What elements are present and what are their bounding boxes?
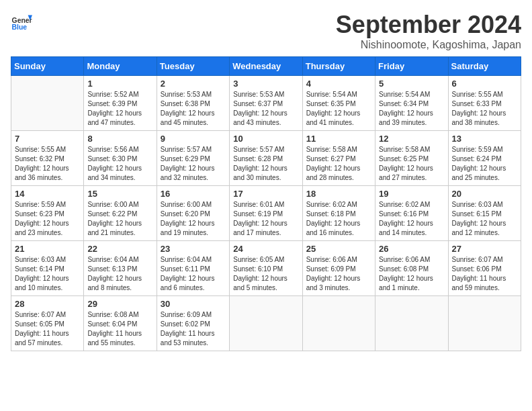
day-info: Sunrise: 5:57 AMSunset: 6:28 PMDaylight:… xyxy=(233,146,287,181)
day-info: Sunrise: 6:09 AMSunset: 6:02 PMDaylight:… xyxy=(161,311,215,347)
day-info: Sunrise: 5:53 AMSunset: 6:37 PMDaylight:… xyxy=(233,91,287,126)
day-info: Sunrise: 5:54 AMSunset: 6:34 PMDaylight:… xyxy=(379,91,433,126)
day-info: Sunrise: 5:55 AMSunset: 6:32 PMDaylight:… xyxy=(15,146,69,181)
table-row: 2Sunrise: 5:53 AMSunset: 6:38 PMDaylight… xyxy=(157,76,229,131)
day-info: Sunrise: 6:01 AMSunset: 6:19 PMDaylight:… xyxy=(233,201,287,236)
table-row: 22Sunrise: 6:04 AMSunset: 6:13 PMDayligh… xyxy=(84,241,157,296)
day-info: Sunrise: 5:55 AMSunset: 6:33 PMDaylight:… xyxy=(452,91,506,126)
table-row: 7Sunrise: 5:55 AMSunset: 6:32 PMDaylight… xyxy=(11,131,84,186)
table-row: 20Sunrise: 6:03 AMSunset: 6:15 PMDayligh… xyxy=(448,186,521,241)
table-row xyxy=(448,296,521,351)
day-info: Sunrise: 5:59 AMSunset: 6:23 PMDaylight:… xyxy=(15,201,69,236)
day-number: 5 xyxy=(379,79,444,89)
day-info: Sunrise: 6:03 AMSunset: 6:15 PMDaylight:… xyxy=(452,201,506,236)
day-number: 9 xyxy=(161,134,226,144)
day-info: Sunrise: 6:08 AMSunset: 6:04 PMDaylight:… xyxy=(87,311,142,347)
day-info: Sunrise: 5:52 AMSunset: 6:39 PMDaylight:… xyxy=(87,91,142,126)
col-tuesday: Tuesday xyxy=(157,57,229,76)
day-info: Sunrise: 5:58 AMSunset: 6:27 PMDaylight:… xyxy=(306,146,361,181)
table-row: 10Sunrise: 5:57 AMSunset: 6:28 PMDayligh… xyxy=(230,131,302,186)
table-row: 19Sunrise: 6:02 AMSunset: 6:16 PMDayligh… xyxy=(375,186,448,241)
day-info: Sunrise: 6:06 AMSunset: 6:08 PMDaylight:… xyxy=(379,256,433,291)
day-number: 8 xyxy=(87,134,152,144)
table-row: 28Sunrise: 6:07 AMSunset: 6:05 PMDayligh… xyxy=(11,296,84,351)
day-number: 7 xyxy=(15,134,80,144)
table-row xyxy=(302,296,375,351)
day-number: 20 xyxy=(452,189,517,199)
col-sunday: Sunday xyxy=(11,57,84,76)
day-number: 22 xyxy=(87,244,152,254)
table-row: 9Sunrise: 5:57 AMSunset: 6:29 PMDaylight… xyxy=(157,131,229,186)
day-info: Sunrise: 6:06 AMSunset: 6:09 PMDaylight:… xyxy=(306,256,361,291)
table-row: 15Sunrise: 6:00 AMSunset: 6:22 PMDayligh… xyxy=(84,186,157,241)
table-row: 12Sunrise: 5:58 AMSunset: 6:25 PMDayligh… xyxy=(375,131,448,186)
col-saturday: Saturday xyxy=(448,57,521,76)
day-info: Sunrise: 6:02 AMSunset: 6:18 PMDaylight:… xyxy=(306,201,361,236)
day-info: Sunrise: 6:07 AMSunset: 6:06 PMDaylight:… xyxy=(452,256,506,291)
logo: General Blue xyxy=(11,11,35,32)
table-row: 27Sunrise: 6:07 AMSunset: 6:06 PMDayligh… xyxy=(448,241,521,296)
calendar-table: Sunday Monday Tuesday Wednesday Thursday… xyxy=(11,56,521,351)
day-info: Sunrise: 6:05 AMSunset: 6:10 PMDaylight:… xyxy=(233,256,287,291)
table-row: 14Sunrise: 5:59 AMSunset: 6:23 PMDayligh… xyxy=(11,186,84,241)
day-number: 18 xyxy=(306,189,371,199)
day-number: 12 xyxy=(379,134,444,144)
table-row xyxy=(11,76,84,131)
day-number: 26 xyxy=(379,244,444,254)
table-row xyxy=(375,296,448,351)
day-number: 30 xyxy=(161,299,226,309)
table-row: 25Sunrise: 6:06 AMSunset: 6:09 PMDayligh… xyxy=(302,241,375,296)
day-number: 29 xyxy=(87,299,152,309)
day-info: Sunrise: 5:58 AMSunset: 6:25 PMDaylight:… xyxy=(379,146,433,181)
table-row: 23Sunrise: 6:04 AMSunset: 6:11 PMDayligh… xyxy=(157,241,229,296)
day-info: Sunrise: 5:53 AMSunset: 6:38 PMDaylight:… xyxy=(161,91,215,126)
table-row: 26Sunrise: 6:06 AMSunset: 6:08 PMDayligh… xyxy=(375,241,448,296)
table-row: 30Sunrise: 6:09 AMSunset: 6:02 PMDayligh… xyxy=(157,296,229,351)
svg-text:Blue: Blue xyxy=(12,24,28,31)
table-row: 13Sunrise: 5:59 AMSunset: 6:24 PMDayligh… xyxy=(448,131,521,186)
day-number: 19 xyxy=(379,189,444,199)
day-info: Sunrise: 6:00 AMSunset: 6:20 PMDaylight:… xyxy=(161,201,215,236)
day-number: 1 xyxy=(87,79,152,89)
day-info: Sunrise: 6:04 AMSunset: 6:13 PMDaylight:… xyxy=(87,256,142,291)
col-friday: Friday xyxy=(375,57,448,76)
day-info: Sunrise: 6:07 AMSunset: 6:05 PMDaylight:… xyxy=(15,311,69,347)
table-row: 5Sunrise: 5:54 AMSunset: 6:34 PMDaylight… xyxy=(375,76,448,131)
logo-icon: General Blue xyxy=(11,11,32,32)
table-row: 21Sunrise: 6:03 AMSunset: 6:14 PMDayligh… xyxy=(11,241,84,296)
day-number: 15 xyxy=(87,189,152,199)
col-monday: Monday xyxy=(84,57,157,76)
day-number: 14 xyxy=(15,189,80,199)
day-number: 10 xyxy=(233,134,298,144)
day-number: 11 xyxy=(306,134,371,144)
table-row: 1Sunrise: 5:52 AMSunset: 6:39 PMDaylight… xyxy=(84,76,157,131)
day-info: Sunrise: 5:59 AMSunset: 6:24 PMDaylight:… xyxy=(452,146,506,181)
day-number: 24 xyxy=(233,244,298,254)
day-info: Sunrise: 6:04 AMSunset: 6:11 PMDaylight:… xyxy=(161,256,215,291)
day-number: 3 xyxy=(233,79,298,89)
table-row: 24Sunrise: 6:05 AMSunset: 6:10 PMDayligh… xyxy=(230,241,302,296)
day-number: 21 xyxy=(15,244,80,254)
table-row: 8Sunrise: 5:56 AMSunset: 6:30 PMDaylight… xyxy=(84,131,157,186)
table-row: 17Sunrise: 6:01 AMSunset: 6:19 PMDayligh… xyxy=(230,186,302,241)
day-number: 16 xyxy=(161,189,226,199)
day-number: 27 xyxy=(452,244,517,254)
day-number: 25 xyxy=(306,244,371,254)
location: Nishinoomote, Kagoshima, Japan xyxy=(336,39,521,51)
table-row: 3Sunrise: 5:53 AMSunset: 6:37 PMDaylight… xyxy=(230,76,302,131)
day-info: Sunrise: 5:57 AMSunset: 6:29 PMDaylight:… xyxy=(161,146,215,181)
day-number: 4 xyxy=(306,79,371,89)
day-info: Sunrise: 6:00 AMSunset: 6:22 PMDaylight:… xyxy=(87,201,142,236)
table-row xyxy=(230,296,302,351)
day-info: Sunrise: 5:56 AMSunset: 6:30 PMDaylight:… xyxy=(87,146,142,181)
day-number: 17 xyxy=(233,189,298,199)
table-row: 29Sunrise: 6:08 AMSunset: 6:04 PMDayligh… xyxy=(84,296,157,351)
month-title: September 2024 xyxy=(336,11,521,39)
day-info: Sunrise: 6:02 AMSunset: 6:16 PMDaylight:… xyxy=(379,201,433,236)
table-row: 11Sunrise: 5:58 AMSunset: 6:27 PMDayligh… xyxy=(302,131,375,186)
day-number: 2 xyxy=(161,79,226,89)
table-row: 16Sunrise: 6:00 AMSunset: 6:20 PMDayligh… xyxy=(157,186,229,241)
day-number: 23 xyxy=(161,244,226,254)
day-number: 6 xyxy=(452,79,517,89)
day-number: 28 xyxy=(15,299,80,309)
